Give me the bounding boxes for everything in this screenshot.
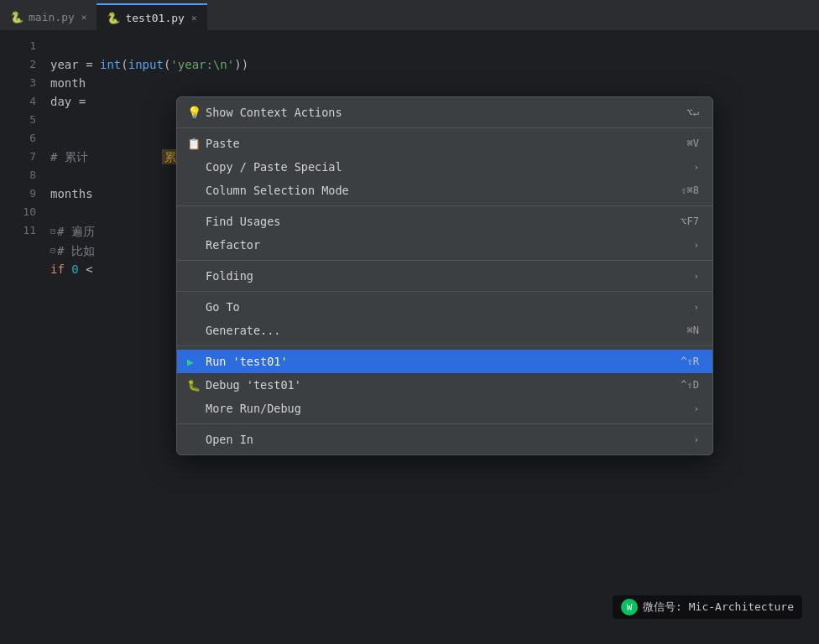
tab-main-py[interactable]: 🐍 main.py ✕ (0, 3, 97, 30)
menu-item-more-run-debug[interactable]: More Run/Debug › (177, 397, 712, 420)
tab-close-test01[interactable]: ✕ (191, 13, 197, 23)
menu-shortcut-show-context-actions: ⌥↵ (687, 106, 699, 118)
menu-item-open-in[interactable]: Open In › (177, 428, 712, 451)
code-line-3: month (50, 74, 819, 92)
context-menu: 💡 Show Context Actions ⌥↵ 📋 Paste ⌘V Cop… (176, 96, 713, 455)
tab-label-active: test01.py (125, 12, 184, 24)
menu-shortcut-generate: ⌘N (687, 325, 699, 336)
run-icon: ▶ (187, 356, 206, 368)
python-icon: 🐍 (10, 11, 23, 23)
menu-item-folding[interactable]: Folding › (177, 264, 712, 288)
arrow-icon-copy-paste: › (693, 162, 699, 173)
python-icon-active: 🐍 (107, 12, 120, 24)
arrow-icon-goto: › (693, 302, 699, 313)
code-line-2: year = int(input('year:\n')) (50, 55, 819, 74)
tab-bar: 🐍 main.py ✕ 🐍 test01.py ✕ (0, 0, 819, 30)
menu-shortcut-debug-test01: ^⇧D (681, 379, 699, 391)
menu-label-go-to: Go To (206, 300, 686, 314)
menu-label-debug-test01: Debug 'test01' (206, 378, 647, 392)
separator-2 (177, 205, 712, 206)
menu-label-run-test01: Run 'test01' (206, 355, 647, 368)
separator-1 (177, 127, 712, 128)
debug-icon: 🐛 (187, 379, 206, 392)
lightbulb-icon: 💡 (187, 106, 206, 119)
menu-shortcut-find-usages: ⌥F7 (681, 216, 699, 227)
menu-label-more-run-debug: More Run/Debug (206, 402, 686, 415)
menu-label-copy-paste-special: Copy / Paste Special (206, 160, 686, 174)
code-line-1 (50, 37, 819, 55)
menu-item-go-to[interactable]: Go To › (177, 295, 712, 319)
arrow-icon-more-run: › (693, 403, 699, 414)
menu-shortcut-run-test01: ^⇧R (681, 356, 699, 367)
paste-icon: 📋 (187, 138, 206, 150)
menu-item-paste[interactable]: 📋 Paste ⌘V (177, 132, 712, 155)
menu-item-copy-paste-special[interactable]: Copy / Paste Special › (177, 155, 712, 179)
menu-shortcut-column-selection-mode: ⇧⌘8 (681, 184, 699, 196)
menu-item-find-usages[interactable]: Find Usages ⌥F7 (177, 210, 712, 233)
menu-item-run-test01[interactable]: ▶ Run 'test01' ^⇧R (177, 350, 712, 373)
separator-6 (177, 423, 712, 424)
tab-test01-py[interactable]: 🐍 test01.py ✕ (97, 3, 206, 30)
arrow-icon-open-in: › (693, 434, 699, 445)
separator-3 (177, 260, 712, 261)
menu-label-show-context-actions: Show Context Actions (206, 106, 654, 119)
menu-shortcut-paste: ⌘V (687, 138, 699, 149)
tab-label: main.py (29, 11, 75, 23)
menu-label-generate: Generate... (206, 324, 654, 337)
menu-item-column-selection-mode[interactable]: Column Selection Mode ⇧⌘8 (177, 179, 712, 202)
line-numbers: 1 2 3 4 5 6 7 8 9 10 11 (0, 37, 46, 278)
menu-label-folding: Folding (206, 269, 686, 283)
menu-item-refactor[interactable]: Refactor › (177, 233, 712, 257)
arrow-icon-refactor: › (693, 240, 699, 251)
tab-close-main[interactable]: ✕ (81, 12, 87, 23)
menu-item-debug-test01[interactable]: 🐛 Debug 'test01' ^⇧D (177, 373, 712, 397)
watermark-text: 微信号: Mic-Architecture (643, 600, 794, 615)
watermark: W 微信号: Mic-Architecture (613, 595, 802, 619)
menu-item-generate[interactable]: Generate... ⌘N (177, 319, 712, 342)
menu-item-show-context-actions[interactable]: 💡 Show Context Actions ⌥↵ (177, 101, 712, 124)
arrow-icon-folding: › (693, 271, 699, 282)
menu-label-paste: Paste (206, 137, 654, 150)
separator-5 (177, 345, 712, 346)
menu-label-open-in: Open In (206, 433, 686, 446)
wechat-icon: W (621, 599, 638, 615)
menu-label-find-usages: Find Usages (206, 215, 647, 228)
separator-4 (177, 291, 712, 292)
menu-label-refactor: Refactor (206, 238, 686, 252)
menu-label-column-selection-mode: Column Selection Mode (206, 184, 647, 197)
